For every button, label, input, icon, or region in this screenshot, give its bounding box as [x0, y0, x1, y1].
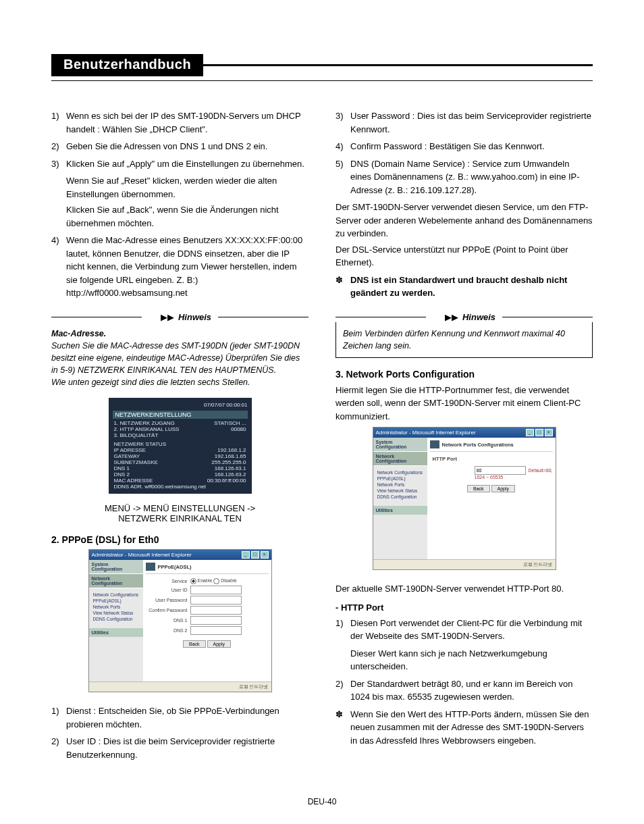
paragraph: Klicken Sie auf „Back", wenn Sie die Änd…	[66, 203, 308, 230]
hint-body: Beim Verbinden dürfen Kennung und Kennwo…	[336, 322, 593, 358]
sidebar-link[interactable]: DDNS Configuration	[93, 617, 143, 621]
status-right: 로컬 인트라넷	[239, 684, 269, 690]
dns1-input[interactable]	[190, 616, 242, 625]
header-rule	[203, 64, 593, 66]
minimize-icon[interactable]: _	[526, 429, 534, 436]
osd-caption: MENÜ -> MENÜ EINSTELLUNGEN -> NETZWERK E…	[51, 503, 308, 523]
list-text: DNS (Domain Name Service) : Service zum …	[350, 157, 593, 197]
http-port-input[interactable]	[475, 466, 526, 475]
paragraph: Wenn Sie auf „Reset" klicken, werden wie…	[66, 174, 308, 201]
star-text: DNS ist ein Standardwert und braucht des…	[350, 274, 593, 300]
sidebar-link[interactable]: PPPoE(ADSL)	[377, 476, 427, 481]
star-bullet: ✽	[336, 274, 350, 300]
osd-value: 168.126.63.2	[215, 471, 246, 478]
list-number: 1)	[51, 704, 66, 731]
osd-status: NETZWERK STATUS	[114, 441, 166, 447]
left-column: 1)Wenn es sich bei der IP des SMT-190DN-…	[51, 105, 308, 765]
arrow-right-icon: ▶▶	[161, 312, 174, 322]
field-group-label: HTTP Port	[433, 456, 553, 462]
field-label: DNS 2	[146, 628, 190, 633]
back-button[interactable]: Back	[467, 485, 490, 492]
panel-icon	[146, 563, 155, 571]
status-right: 로컬 인트라넷	[523, 561, 553, 568]
list-text: Confirm Password : Bestätigen Sie das Ke…	[350, 140, 593, 153]
apply-button[interactable]: Apply	[491, 485, 516, 492]
list-number: 4)	[51, 234, 66, 300]
field-label: DNS 1	[146, 618, 190, 623]
sidebar-link[interactable]: Network Ports	[377, 482, 427, 487]
osd-label: MAC ADRESSE	[114, 478, 153, 484]
sidebar-tab-network[interactable]: Network Configuration	[373, 452, 427, 466]
radio-enable[interactable]	[190, 578, 196, 584]
osd-time: 07/07/07 00:00:01	[113, 402, 248, 408]
userpw-input[interactable]	[190, 596, 242, 604]
header-title: Benutzerhandbuch	[51, 54, 203, 76]
paragraph: Der aktuelle SMT-190DN-Server verwendet …	[336, 582, 593, 596]
list-text: User Password : Dies ist das beim Servic…	[350, 109, 593, 136]
star-bullet: ✽	[336, 708, 350, 748]
list-text: Geben Sie die Adressen von DNS 1 und DNS…	[66, 140, 308, 153]
confirmpw-input[interactable]	[190, 606, 242, 615]
osd-value: STATISCH ...	[214, 420, 246, 426]
maximize-icon[interactable]: □	[535, 429, 543, 436]
osd-title: NETZWERKEINSTELLUNG	[113, 411, 248, 419]
sidebar-tab-utilities[interactable]: Utilities	[89, 628, 143, 637]
dns2-input[interactable]	[190, 626, 242, 635]
radio-disable[interactable]	[213, 578, 219, 584]
list-number: 1)	[336, 617, 350, 643]
list-text: Klicken Sie auf „Apply" um die Einstellu…	[66, 157, 308, 171]
list-text: Der Standardwert beträgt 80, und er kann…	[350, 677, 593, 704]
browser-screenshot-pppoe: Administrator - Microsoft Internet Explo…	[88, 549, 272, 692]
apply-button[interactable]: Apply	[207, 640, 232, 648]
section-3-title: 3. Network Ports Configuration	[336, 369, 593, 380]
close-icon[interactable]: ×	[261, 551, 269, 559]
arrow-right-icon: ▶▶	[445, 312, 458, 322]
field-label: Confirm Password	[146, 608, 190, 613]
hint-label: Hinweis	[462, 312, 495, 322]
close-icon[interactable]: ×	[545, 429, 553, 436]
field-label: User Password	[146, 598, 190, 602]
browser-title: Administrator - Microsoft Internet Explo…	[92, 552, 192, 558]
sidebar-link[interactable]: Network Configurations	[377, 470, 427, 475]
list-text: Diesen Port verwendet der Client-PC für …	[350, 617, 593, 643]
minimize-icon[interactable]: _	[242, 551, 250, 559]
paragraph: Hiermit legen Sie die HTTP-Portnummer fe…	[336, 384, 593, 423]
osd-value: 192.168.1.2	[217, 447, 246, 453]
back-button[interactable]: Back	[183, 640, 206, 648]
osd-label: 1. NETZWERK ZUGANG	[114, 420, 175, 426]
panel-title: Network Ports Configurations	[442, 442, 514, 448]
list-number: 3)	[336, 109, 350, 136]
sidebar-link[interactable]: DDNS Configuration	[377, 494, 427, 499]
sidebar-tab-utilities[interactable]: Utilities	[373, 506, 427, 515]
osd-label: DNS 2	[114, 471, 130, 478]
sidebar-link[interactable]: PPPoE(ADSL)	[93, 598, 143, 603]
list-number: 3)	[51, 157, 66, 171]
sidebar-tab-system[interactable]: System Configuration	[89, 560, 143, 574]
hint-text: Beim Verbinden dürfen Kennung und Kennwo…	[343, 328, 585, 352]
sidebar-link[interactable]: View Network Status	[377, 488, 427, 493]
sidebar-tab-network[interactable]: Network Configuration	[89, 574, 143, 588]
hint-label: Hinweis	[178, 312, 211, 322]
osd-value: 255.255.255.0	[211, 459, 246, 465]
list-number: 2)	[51, 140, 66, 153]
header-rule-thin	[51, 80, 593, 81]
sidebar-link[interactable]: Network Ports	[93, 604, 143, 609]
sidebar-tab-system[interactable]: System Configuration	[373, 438, 427, 452]
browser-title: Administrator - Microsoft Internet Explo…	[376, 430, 476, 436]
paragraph: Der SMT-190DN-Server verwendet diesen Se…	[336, 201, 593, 240]
sidebar-link[interactable]: Network Configurations	[93, 592, 143, 597]
maximize-icon[interactable]: □	[251, 551, 259, 559]
osd-label: GATEWAY	[114, 453, 140, 459]
userid-input[interactable]	[190, 586, 242, 594]
caption-line: MENÜ -> MENÜ EINSTELLUNGEN ->	[51, 503, 308, 513]
hint-body: Mac-Adresse. Suchen Sie die MAC-Adresse …	[51, 328, 308, 389]
list-text: Wenn die Mac-Adresse eines Benutzers XX:…	[66, 234, 308, 300]
osd-value: 192.168.1.65	[215, 453, 246, 459]
osd-screenshot: 07/07/07 00:00:01 NETZWERKEINSTELLUNG 1.…	[109, 398, 252, 494]
page: Benutzerhandbuch 1)Wenn es sich bei der …	[0, 0, 644, 824]
osd-value: 00080	[231, 426, 246, 432]
sidebar-link[interactable]: View Network Status	[93, 611, 143, 615]
list-number: 4)	[336, 140, 350, 153]
window-buttons: _□×	[526, 429, 553, 436]
radio-label: Enable	[198, 578, 213, 583]
